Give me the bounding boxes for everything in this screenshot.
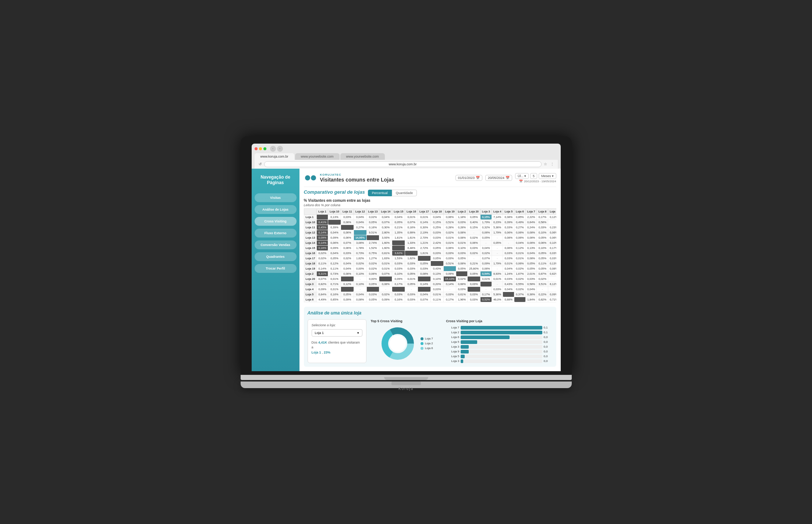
table-cell: 0,01% — [430, 292, 443, 297]
tab-yourwebsite1[interactable]: www.yourwebsite.com — [295, 153, 340, 160]
table-cell: 0,15% — [468, 225, 481, 230]
period-value-input[interactable]: 5 — [530, 173, 537, 179]
sidebar-item-analise[interactable]: Análise de Lojas — [255, 205, 297, 214]
back-btn[interactable]: ‹ — [270, 146, 276, 152]
period-sub: 📅 20/12/2023 - 19/05/2024 — [519, 180, 556, 183]
sidebar-item-cross-visiting[interactable]: Cross Visiting — [255, 217, 297, 226]
col-loja5: Loja 5 — [503, 208, 514, 214]
bar-panel: Cross Visiting por Loja Loja 70,1Loja 20… — [446, 319, 552, 363]
select-label: Selecione a loja: — [312, 323, 362, 327]
table-cell: 0,12% — [341, 281, 354, 286]
table-cell: 0,10% — [354, 281, 366, 286]
period-unit-select[interactable]: Meses ▾ — [539, 173, 556, 179]
logo-circle-left — [305, 175, 310, 180]
legend-label-loja6: Loja 6 — [425, 347, 433, 350]
table-cell: 0,17% — [537, 214, 548, 219]
table-cell: 0,17% — [548, 245, 556, 250]
table-cell: 8,93% — [492, 271, 503, 276]
table-cell: 2,80% — [379, 230, 392, 235]
table-cell: 1,27% — [366, 256, 379, 261]
table-cell: 0,05% — [537, 266, 548, 271]
col-loja8: Loja 8 — [537, 208, 548, 214]
bar-panel-title: Cross Visiting por Loja — [446, 319, 552, 323]
bar-label: Loja 6 — [446, 335, 459, 339]
maximize-window-btn[interactable] — [263, 147, 266, 150]
table-cell: - — [492, 281, 503, 286]
table-cell: 0,82% — [537, 297, 548, 302]
table-cell: 0,82% — [317, 281, 328, 286]
table-cell: 0,04% — [328, 250, 341, 256]
table-cell: 3,62% — [392, 250, 405, 256]
minimize-window-btn[interactable] — [259, 147, 262, 150]
table-cell: 0,04% — [354, 214, 366, 219]
calendar-icon: 📅 — [476, 176, 480, 180]
table-cell: 0,09% — [379, 297, 392, 302]
menu-btn[interactable]: ⋮ — [550, 162, 555, 167]
table-cell: 0,08% — [525, 230, 537, 235]
table-cell: 0,37% — [514, 292, 526, 297]
table-cell: 0,05% — [405, 271, 418, 276]
logo-icon — [304, 173, 317, 182]
date-end-input[interactable]: 20/05/2024 📅 — [485, 175, 512, 181]
logo-text: KORUJATEC — [320, 173, 394, 176]
bar-track — [461, 340, 542, 344]
table-cell: 0,27% — [354, 225, 366, 230]
koruja-laptop-label: Koruja — [241, 387, 572, 391]
table-cell: - — [443, 286, 456, 292]
table-cell: 0,08% — [341, 271, 354, 276]
bar-fill — [461, 331, 542, 334]
analysis-section: Análise de uma única loja Selecione a lo… — [304, 307, 556, 367]
period-select-label[interactable]: Úl... ▾ — [515, 173, 529, 179]
sidebar-item-visitas[interactable]: Visitas — [255, 193, 297, 202]
sidebar-item-quadrantes[interactable]: Quadrantes — [255, 252, 297, 261]
table-cell: 0,02% — [379, 292, 392, 297]
date-start-input[interactable]: 01/01/2023 📅 — [455, 175, 482, 181]
table-cell: 0,45% — [317, 225, 328, 230]
address-bar[interactable]: www.koruja.com.br — [264, 161, 542, 167]
table-cell: 3,06% — [354, 240, 366, 245]
calendar-icon-2: 📅 — [506, 176, 510, 180]
close-window-btn[interactable] — [255, 147, 258, 150]
reload-btn[interactable]: ↺ — [258, 162, 263, 167]
forward-btn[interactable]: › — [277, 146, 283, 152]
table-cell: 0,02% — [481, 250, 492, 256]
table-cell: 0,02% — [443, 230, 456, 235]
sidebar-item-conversao[interactable]: Conversão Vendas — [255, 240, 297, 249]
tab-yourwebsite2[interactable]: www.yourwebsite.com — [340, 153, 385, 160]
tab-koruja[interactable]: www.koruja.com.br — [255, 153, 294, 160]
table-cell: 0,64% — [525, 219, 537, 225]
laptop-trackpad — [391, 381, 421, 385]
table-row: Loja 170,02%0,05%0,02%1,62%1,27%1,63%1,5… — [304, 256, 556, 261]
sidebar-item-fluxo[interactable]: Fluxo Externo — [255, 229, 297, 238]
table-cell: 2,70% — [418, 235, 430, 240]
table-cell — [317, 214, 328, 219]
toggle-percentual[interactable]: Percentual — [368, 190, 392, 196]
table-cell: 0,05% — [328, 256, 341, 261]
table-cell: 1,60% — [379, 240, 392, 245]
bar-fill — [461, 340, 477, 344]
bar-chart: Loja 70,1Loja 20,1Loja 60,0Loja 50,0Loja… — [446, 326, 552, 363]
bar-fill — [461, 335, 510, 339]
toggle-quantidade[interactable]: Quantidade — [392, 190, 417, 196]
bookmark-btn[interactable]: ☆ — [543, 162, 548, 167]
chevron-down-icon-2: ▾ — [552, 174, 554, 178]
table-cell: 0,03% — [443, 256, 456, 261]
table-cell: 0,06% — [525, 240, 537, 245]
table-cell: 0,08% — [525, 256, 537, 261]
table-cell: 0,08% — [341, 219, 354, 225]
table-cell: 0,04% — [392, 214, 405, 219]
table-cell — [481, 281, 492, 286]
table-cell: 0,01% — [443, 240, 456, 245]
store-dropdown[interactable]: Loja 1 ▾ — [312, 329, 362, 337]
stat-store: Loja 1 — [312, 351, 321, 354]
table-cell: 0,05% — [468, 214, 481, 219]
table-cell: 0,05% — [525, 266, 537, 271]
table-cell: 0,03% — [430, 286, 443, 292]
table-cell: 0,09% — [341, 297, 354, 302]
row-label: Loja 4 — [304, 286, 317, 292]
sidebar-item-trocar-perfil[interactable]: Trocar Perfil — [255, 264, 297, 273]
table-cell: 0,06% — [366, 271, 379, 276]
table-cell — [341, 286, 354, 292]
table-subtitle: Leitura dos % por coluna — [304, 203, 556, 207]
bar-value: 0,1 — [544, 326, 553, 329]
